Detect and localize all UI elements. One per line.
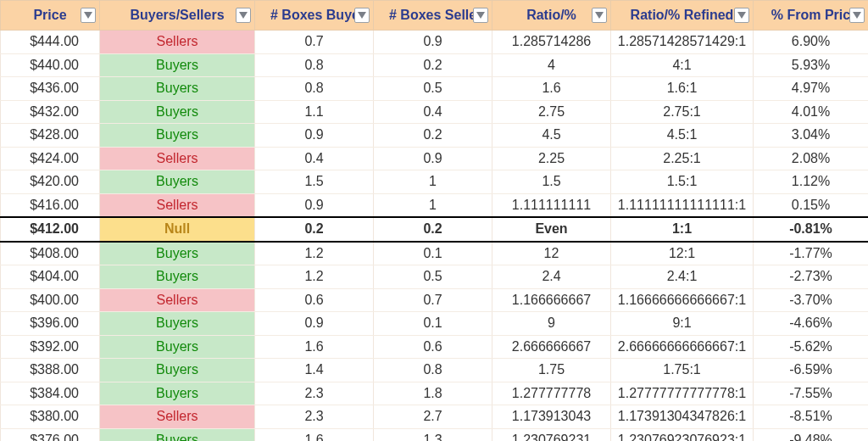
cell-ratio[interactable]: 1.285714286 (492, 31, 611, 54)
cell-buyers-sellers[interactable]: Buyers (100, 382, 255, 405)
cell-boxes-buyers[interactable]: 2.3 (255, 382, 374, 405)
cell-buyers-sellers[interactable]: Sellers (100, 288, 255, 312)
cell-pct-from-price[interactable]: -4.66% (754, 312, 869, 336)
cell-boxes-buyers[interactable]: 1.5 (255, 170, 374, 194)
col-header-boxes-buyers[interactable]: # Boxes Buye (255, 1, 374, 31)
col-header-price[interactable]: Price (1, 1, 100, 31)
cell-pct-from-price[interactable]: 3.04% (754, 124, 869, 148)
cell-buyers-sellers[interactable]: Buyers (100, 242, 255, 265)
cell-buyers-sellers[interactable]: Sellers (100, 193, 255, 217)
cell-boxes-buyers[interactable]: 0.9 (255, 124, 374, 148)
cell-boxes-buyers[interactable]: 1.6 (255, 335, 374, 359)
cell-ratio-refined[interactable]: 1.17391304347826:1 (611, 405, 754, 429)
cell-boxes-sellers[interactable]: 0.5 (374, 265, 492, 289)
col-header-boxes-sellers[interactable]: # Boxes Selle (374, 1, 492, 31)
cell-price[interactable]: $404.00 (1, 265, 100, 289)
cell-ratio-refined[interactable]: 1.75:1 (611, 359, 754, 382)
filter-dropdown-icon[interactable] (592, 8, 607, 23)
cell-buyers-sellers[interactable]: Buyers (100, 77, 255, 101)
filter-dropdown-icon[interactable] (849, 8, 865, 23)
cell-boxes-sellers[interactable]: 0.1 (374, 312, 492, 336)
cell-boxes-sellers[interactable]: 0.9 (374, 31, 492, 54)
cell-boxes-sellers[interactable]: 0.7 (374, 288, 492, 312)
cell-ratio-refined[interactable]: 1.27777777777778:1 (611, 382, 754, 405)
cell-price[interactable]: $424.00 (1, 147, 100, 170)
cell-buyers-sellers[interactable]: Buyers (100, 100, 255, 124)
cell-boxes-sellers[interactable]: 0.2 (374, 124, 492, 148)
cell-boxes-sellers[interactable]: 0.1 (374, 242, 492, 265)
cell-boxes-sellers[interactable]: 0.9 (374, 147, 492, 170)
cell-ratio[interactable]: 4 (492, 53, 611, 77)
cell-boxes-buyers[interactable]: 1.2 (255, 242, 374, 265)
cell-ratio[interactable]: 1.277777778 (492, 382, 611, 405)
cell-ratio[interactable]: 1.166666667 (492, 288, 611, 312)
cell-boxes-sellers[interactable]: 0.2 (374, 217, 492, 242)
cell-price[interactable]: $436.00 (1, 77, 100, 101)
cell-ratio[interactable]: Even (492, 217, 611, 242)
cell-buyers-sellers[interactable]: Buyers (100, 124, 255, 148)
cell-boxes-buyers[interactable]: 2.3 (255, 405, 374, 429)
cell-price[interactable]: $412.00 (1, 217, 100, 242)
col-header-buyers-sellers[interactable]: Buyers/Sellers (100, 1, 255, 31)
cell-boxes-sellers[interactable]: 2.7 (374, 405, 492, 429)
cell-ratio[interactable]: 9 (492, 312, 611, 336)
cell-price[interactable]: $444.00 (1, 31, 100, 54)
col-header-pct-from-price[interactable]: % From Pric (754, 1, 869, 31)
cell-buyers-sellers[interactable]: Null (100, 217, 255, 242)
cell-boxes-buyers[interactable]: 0.9 (255, 312, 374, 336)
filter-dropdown-icon[interactable] (354, 8, 370, 23)
cell-buyers-sellers[interactable]: Buyers (100, 335, 255, 359)
cell-ratio-refined[interactable]: 9:1 (611, 312, 754, 336)
cell-boxes-sellers[interactable]: 0.4 (374, 100, 492, 124)
filter-dropdown-icon[interactable] (81, 8, 96, 23)
cell-pct-from-price[interactable]: 2.08% (754, 147, 869, 170)
cell-ratio[interactable]: 2.4 (492, 265, 611, 289)
cell-boxes-sellers[interactable]: 1.8 (374, 382, 492, 405)
cell-ratio-refined[interactable]: 1.6:1 (611, 77, 754, 101)
cell-pct-from-price[interactable]: -6.59% (754, 359, 869, 382)
cell-boxes-sellers[interactable]: 0.5 (374, 77, 492, 101)
cell-price[interactable]: $376.00 (1, 428, 100, 441)
cell-pct-from-price[interactable]: 6.90% (754, 31, 869, 54)
cell-ratio[interactable]: 4.5 (492, 124, 611, 148)
cell-pct-from-price[interactable]: 4.01% (754, 100, 869, 124)
cell-boxes-sellers[interactable]: 0.6 (374, 335, 492, 359)
cell-ratio-refined[interactable]: 2.25:1 (611, 147, 754, 170)
filter-dropdown-icon[interactable] (473, 8, 488, 23)
cell-ratio[interactable]: 12 (492, 242, 611, 265)
cell-ratio-refined[interactable]: 1.5:1 (611, 170, 754, 194)
cell-pct-from-price[interactable]: 4.97% (754, 77, 869, 101)
cell-pct-from-price[interactable]: -3.70% (754, 288, 869, 312)
cell-price[interactable]: $440.00 (1, 53, 100, 77)
cell-boxes-sellers[interactable]: 0.2 (374, 53, 492, 77)
cell-ratio-refined[interactable]: 2.4:1 (611, 265, 754, 289)
cell-buyers-sellers[interactable]: Buyers (100, 170, 255, 194)
cell-ratio-refined[interactable]: 2.75:1 (611, 100, 754, 124)
cell-boxes-buyers[interactable]: 0.8 (255, 53, 374, 77)
cell-boxes-sellers[interactable]: 1.3 (374, 428, 492, 441)
col-header-ratio[interactable]: Ratio/% (492, 1, 611, 31)
cell-ratio-refined[interactable]: 1.16666666666667:1 (611, 288, 754, 312)
filter-dropdown-icon[interactable] (734, 8, 749, 23)
cell-ratio[interactable]: 2.25 (492, 147, 611, 170)
cell-price[interactable]: $396.00 (1, 312, 100, 336)
cell-pct-from-price[interactable]: -0.81% (754, 217, 869, 242)
cell-price[interactable]: $388.00 (1, 359, 100, 382)
cell-price[interactable]: $428.00 (1, 124, 100, 148)
cell-boxes-buyers[interactable]: 0.8 (255, 77, 374, 101)
cell-boxes-buyers[interactable]: 0.9 (255, 193, 374, 217)
cell-ratio-refined[interactable]: 4:1 (611, 53, 754, 77)
cell-ratio-refined[interactable]: 12:1 (611, 242, 754, 265)
filter-dropdown-icon[interactable] (236, 8, 251, 23)
cell-ratio[interactable]: 1.111111111 (492, 193, 611, 217)
cell-ratio-refined[interactable]: 2.66666666666667:1 (611, 335, 754, 359)
cell-price[interactable]: $384.00 (1, 382, 100, 405)
cell-pct-from-price[interactable]: -8.51% (754, 405, 869, 429)
cell-boxes-sellers[interactable]: 0.8 (374, 359, 492, 382)
cell-price[interactable]: $400.00 (1, 288, 100, 312)
cell-ratio[interactable]: 1.6 (492, 77, 611, 101)
cell-boxes-buyers[interactable]: 1.2 (255, 265, 374, 289)
cell-pct-from-price[interactable]: 0.15% (754, 193, 869, 217)
cell-ratio-refined[interactable]: 1.28571428571429:1 (611, 31, 754, 54)
cell-pct-from-price[interactable]: -7.55% (754, 382, 869, 405)
